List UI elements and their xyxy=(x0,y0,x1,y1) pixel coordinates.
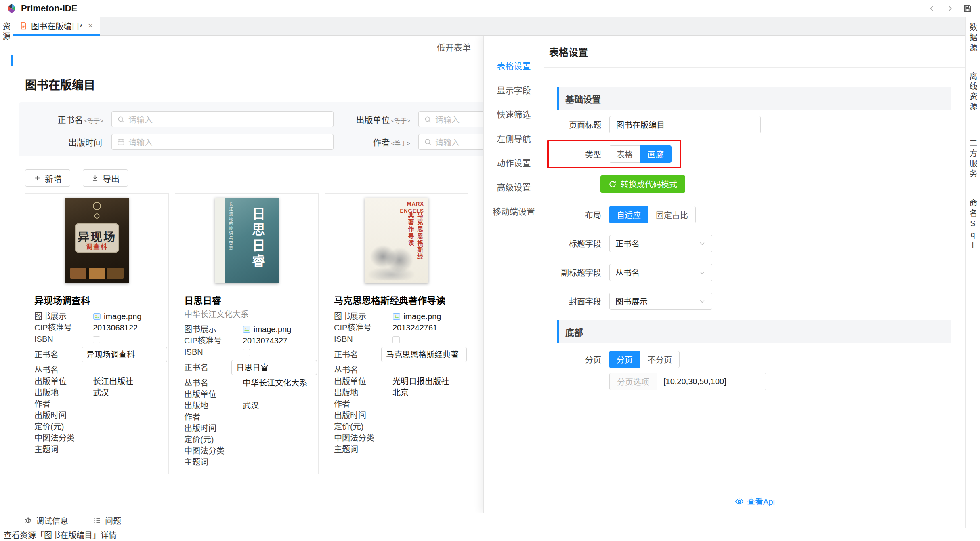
card-field-row: 出版时间 xyxy=(334,410,462,421)
field-value: 2013068122 xyxy=(93,322,163,333)
settings-menu-item[interactable]: 显示字段 xyxy=(484,78,544,102)
segmented-option[interactable]: 不分页 xyxy=(640,351,680,368)
settings-menu-item[interactable]: 左侧导航 xyxy=(484,126,544,150)
nav-back-icon[interactable] xyxy=(926,2,938,15)
field-label: 图书展示 xyxy=(184,324,243,335)
resources-panel-tab[interactable]: 资源 xyxy=(0,22,12,42)
card-title: 日思日睿 xyxy=(184,293,310,307)
form-header-tab[interactable]: 低开表单 xyxy=(431,36,476,59)
page-title-input[interactable]: 图书在版编目 xyxy=(609,116,761,133)
status-text: 查看资源「图书在版编目」详情 xyxy=(4,529,117,541)
search-input-main-title[interactable]: 请输入 xyxy=(111,111,334,127)
field-label: ISBN xyxy=(34,333,93,345)
book-card[interactable]: 日思日睿 长江流域的妙语与智慧 日思日睿 中华长江文化大系 xyxy=(175,193,319,474)
app-logo-icon xyxy=(6,3,17,14)
search-field-label: 作者<等于> xyxy=(342,136,410,148)
book-card[interactable]: 异现场 调查科 异现场调查科 xyxy=(25,193,169,474)
image-icon xyxy=(243,325,251,333)
paging-options-input[interactable]: [10,20,30,50,100] xyxy=(657,373,766,390)
field-label: 作者 xyxy=(184,411,243,423)
cover-subtitle-text: 调查科 xyxy=(75,241,118,251)
right-rail-panel-tab[interactable]: 数据源 xyxy=(967,23,979,53)
settings-menu-item[interactable]: 表格设置 xyxy=(484,53,544,78)
list-icon xyxy=(93,516,101,524)
close-icon[interactable]: × xyxy=(88,21,93,30)
card-title: 马克思恩格斯经典著作导读 xyxy=(334,293,460,307)
search-input-publish-date[interactable]: 请输入 xyxy=(111,134,334,150)
field-label: 中图法分类 xyxy=(34,432,93,444)
book-card[interactable]: 马克思恩格斯经典著作导读 MARX ENGELS 马克思恩格斯经典著作导读 xyxy=(325,193,468,474)
page-title-label: 页面标题 xyxy=(557,119,601,131)
settings-menu-item[interactable]: 高级设置 xyxy=(484,175,544,199)
segmented-option[interactable]: 固定占比 xyxy=(648,206,696,223)
image-icon xyxy=(392,312,401,320)
debug-info-button[interactable]: 调试信息 xyxy=(24,515,68,526)
field-value: 武汉 xyxy=(243,400,313,411)
card-field-row: 正书名 马克思恩格斯经典著 马克思恩格斯经典著 xyxy=(334,347,462,362)
tab-label: 图书在版编目* xyxy=(31,20,83,32)
right-rail-panel-tab[interactable]: 离线资源 xyxy=(967,72,979,112)
field-input[interactable]: 日思日睿 xyxy=(231,360,317,375)
card-field-row: 出版地 武汉 武汉 xyxy=(184,400,313,411)
view-api-link[interactable]: 查看Api xyxy=(544,495,965,507)
field-input[interactable]: 马克思恩格斯经典著 xyxy=(381,347,467,362)
add-button[interactable]: 新增 xyxy=(25,169,70,187)
save-icon[interactable] xyxy=(961,2,974,15)
convert-to-code-button[interactable]: 转换成代码模式 xyxy=(600,175,685,193)
field-input[interactable]: 异现场调查科 xyxy=(82,347,167,362)
field-label: 主题词 xyxy=(34,444,93,455)
cover-sketch xyxy=(368,244,414,280)
settings-drawer: 表格设置 显示字段 快速筛选 左侧导航 动作设置 高级设置 移动端设置 xyxy=(483,36,965,513)
segmented-option[interactable]: 自适应 xyxy=(609,206,648,223)
field-checkbox[interactable] xyxy=(93,336,100,343)
field-checkbox[interactable] xyxy=(392,336,400,343)
field-label: 丛书名 xyxy=(334,364,392,376)
card-field-row: 图书展示 image.png image.png xyxy=(184,324,313,335)
placeholder-text: 请输入 xyxy=(128,136,153,148)
card-field-row: 作者 xyxy=(34,398,163,410)
problems-button[interactable]: 问题 xyxy=(93,515,121,526)
field-image-value: image.png xyxy=(392,311,462,322)
segmented-option[interactable]: 分页 xyxy=(609,351,640,368)
field-label: 中图法分类 xyxy=(334,432,392,444)
segmented-option[interactable]: 画廊 xyxy=(640,145,672,163)
field-label: 定价(元) xyxy=(184,434,243,445)
search-icon xyxy=(424,138,432,146)
image-icon xyxy=(93,312,101,320)
field-label: CIP核准号 xyxy=(334,322,392,333)
tab-book-cataloging[interactable]: 图书在版编目* × xyxy=(13,17,100,36)
operator-tag: <等于> xyxy=(391,140,410,147)
field-label: 出版地 xyxy=(34,387,93,398)
nav-forward-icon[interactable] xyxy=(944,2,956,15)
export-button[interactable]: 导出 xyxy=(83,169,128,187)
plus-icon xyxy=(34,174,41,182)
field-label: 出版地 xyxy=(334,387,392,398)
field-label: 出版时间 xyxy=(184,423,243,434)
card-field-row: 主题词 xyxy=(34,444,163,455)
search-icon xyxy=(424,116,432,123)
settings-menu-item[interactable]: 移动端设置 xyxy=(484,199,544,223)
status-bar: 查看资源「图书在版编目」详情 xyxy=(0,528,980,541)
segmented-option[interactable]: 表格 xyxy=(609,145,640,163)
card-field-row: CIP核准号 2013074327 2013074327 xyxy=(184,335,313,346)
book-cover-image: 异现场 调查科 xyxy=(65,198,129,283)
card-field-row: 主题词 xyxy=(334,444,462,455)
field-label: ISBN xyxy=(334,333,392,345)
subtitle-field-select[interactable]: 丛书名 xyxy=(609,264,712,281)
cover-field-select[interactable]: 图书展示 xyxy=(609,293,712,310)
book-cover: 异现场 调查科 xyxy=(25,194,168,287)
card-field-row: 正书名 日思日睿 日思日睿 xyxy=(184,360,313,375)
field-value: 中华长江文化大系 xyxy=(243,377,313,389)
title-field-select[interactable]: 正书名 xyxy=(609,235,712,252)
settings-menu-item[interactable]: 快速筛选 xyxy=(484,102,544,126)
card-fields: 图书展示 image.png image.png xyxy=(184,324,313,468)
field-checkbox[interactable] xyxy=(243,349,250,356)
debug-icon xyxy=(24,516,32,524)
field-label: 主题词 xyxy=(334,444,392,455)
basic-settings-section-header: 基础设置 xyxy=(557,87,951,110)
card-field-row: 中图法分类 xyxy=(34,432,163,444)
right-rail-panel-tab[interactable]: 命名Sql xyxy=(967,199,979,252)
card-field-row: 丛书名 中华长江文化大系 中华长江文化大系 xyxy=(184,377,313,389)
settings-menu-item[interactable]: 动作设置 xyxy=(484,150,544,175)
right-rail-panel-tab[interactable]: 三方服务 xyxy=(967,139,979,179)
